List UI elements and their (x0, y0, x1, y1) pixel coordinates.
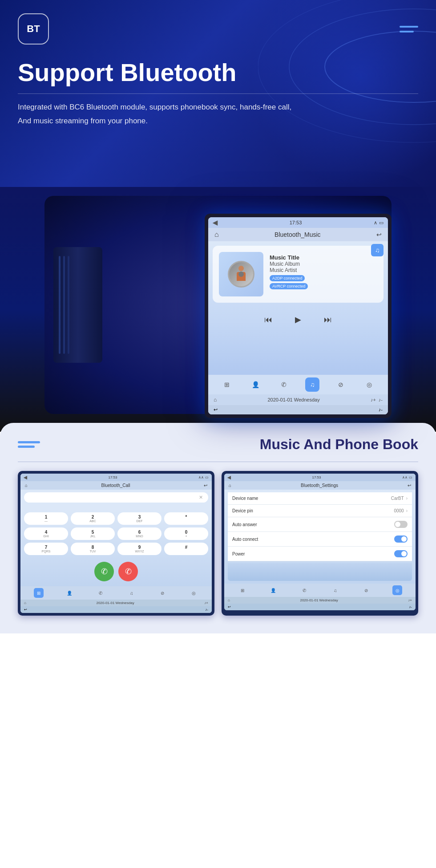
auto-connect-toggle[interactable] (394, 535, 408, 543)
dial-key-5[interactable]: 5JKL (71, 527, 115, 540)
album-art-disc (228, 261, 254, 288)
vol-down-icon[interactable]: ♪- (379, 397, 383, 402)
search-clear-icon[interactable]: ✕ (199, 495, 203, 500)
dial-key-1[interactable]: 1— (24, 512, 68, 525)
device-name-value: CarBT (391, 496, 404, 501)
settings-row-device-name[interactable]: Device name CarBT › (228, 492, 412, 505)
settings-back-icon[interactable]: ↩ (408, 483, 411, 488)
prev-button[interactable]: ⏮ (261, 312, 275, 327)
call-status-icons: ∧∧ ▭ (198, 475, 209, 479)
music-badges: A2DP connected AVRCP connected (270, 273, 377, 289)
screen-status-bar: ◀ 17:53 ∧ ▭ (208, 217, 388, 228)
device-pin-label: Device pin (232, 508, 253, 513)
footer-home-icon[interactable]: ⌂ (214, 397, 217, 403)
call-footer-back[interactable]: ↩ (24, 608, 27, 612)
back-icon[interactable]: ↩ (376, 231, 382, 238)
phone-icon: ✆ (281, 381, 287, 388)
battery-icon: ▭ (379, 220, 384, 226)
hamburger-menu-icon[interactable] (400, 26, 418, 32)
settings-row-device-pin[interactable]: Device pin 0000 › (228, 505, 412, 517)
device-name-right: CarBT › (391, 496, 408, 501)
settings-time: 17:53 (312, 475, 321, 479)
hamburger-line-2 (400, 31, 414, 32)
bt-logo: BT (18, 13, 49, 45)
bt-logo-text: BT (27, 23, 40, 35)
call-footer-vol[interactable]: ♪+ (204, 601, 208, 605)
settings-bottom-person[interactable]: 👤 (268, 585, 278, 595)
car-container: ◀ 17:53 ∧ ▭ ⌂ Bluetooth_Music ↩ (44, 196, 392, 414)
settings-bottom-link[interactable]: ⊘ (361, 585, 371, 595)
call-bottom-music[interactable]: ♫ (127, 588, 137, 598)
settings-bottom-music[interactable]: ♫ (331, 585, 340, 595)
settings-row-power[interactable]: Power (228, 547, 412, 561)
settings-bottom-phone[interactable]: ✆ (299, 585, 309, 595)
bottom-icon-person[interactable]: 👤 (248, 377, 262, 392)
call-bottom-person[interactable]: 👤 (65, 588, 74, 598)
footer-vol-icon[interactable]: ♪- (379, 407, 383, 413)
dialpad: 1— 2ABC 3DEF * 4GHI 5JKL 6MNO 0+ 7PQRS 8… (24, 512, 208, 555)
dial-key-2[interactable]: 2ABC (71, 512, 115, 525)
power-label: Power (232, 552, 245, 556)
settings-footer-vol-down[interactable]: ♪- (409, 605, 412, 609)
bottom-icon-phone[interactable]: ✆ (277, 377, 291, 392)
call-nav-title: Bluetooth_Call (101, 483, 130, 488)
prev-icon: ⏮ (264, 315, 272, 324)
eye-icon: ◎ (367, 381, 372, 388)
call-bottom-bar: ⊞ 👤 ✆ ♫ ⊘ ◎ (20, 586, 212, 600)
dial-key-9[interactable]: 9WXYZ (117, 543, 161, 555)
settings-footer-vol[interactable]: ♪+ (408, 598, 412, 602)
screen-content-wrapper: ♫ (208, 241, 388, 414)
screen-nav-title: Bluetooth_Music (275, 231, 321, 238)
call-back-icon[interactable]: ↩ (204, 483, 207, 488)
call-time: 17:53 (108, 475, 117, 479)
call-battery-icon: ▭ (205, 475, 209, 479)
dial-key-7[interactable]: 7PQRS (24, 543, 68, 555)
lower-header: Music And Phone Book (18, 436, 418, 453)
call-home-icon[interactable]: ⌂ (25, 483, 28, 488)
dial-key-8[interactable]: 8TUV (71, 543, 115, 555)
settings-status-icons: ∧∧ ▭ (402, 475, 412, 479)
settings-bottom-grid[interactable]: ⊞ (238, 585, 247, 595)
settings-row-auto-connect[interactable]: Auto connect (228, 532, 412, 547)
vent-line-2 (63, 256, 65, 354)
play-button[interactable]: ▶ (291, 312, 305, 327)
footer-back-icon[interactable]: ↩ (214, 407, 218, 413)
settings-footer-back[interactable]: ↩ (228, 605, 231, 609)
vent-line-3 (68, 256, 69, 354)
dial-key-6[interactable]: 6MNO (117, 527, 161, 540)
bottom-icon-eye[interactable]: ◎ (362, 377, 376, 392)
home-icon[interactable]: ⌂ (214, 231, 219, 239)
settings-back-btn: ◀ (227, 475, 231, 480)
settings-bottom-eye[interactable]: ◎ (392, 585, 402, 595)
power-toggle[interactable] (394, 550, 408, 557)
bottom-icon-music[interactable]: ♫ (305, 377, 319, 392)
call-bottom-phone[interactable]: ✆ (96, 588, 105, 598)
bottom-icon-link[interactable]: ⊘ (334, 377, 348, 392)
call-bottom-grid[interactable]: ⊞ (34, 588, 44, 598)
dial-key-hash[interactable]: # (164, 543, 208, 555)
dial-key-4[interactable]: 4GHI (24, 527, 68, 540)
link-icon: ⊘ (338, 381, 343, 388)
settings-row-auto-answer[interactable]: Auto answer (228, 517, 412, 532)
album-art (219, 252, 263, 296)
answer-button[interactable]: ✆ (94, 562, 114, 581)
dial-key-3[interactable]: 3DEF (117, 512, 161, 525)
device-pin-right: 0000 › (394, 508, 408, 513)
music-note-button[interactable]: ♫ (371, 244, 384, 256)
dial-key-0[interactable]: 0+ (164, 527, 208, 540)
call-footer-vol-down[interactable]: ♪- (205, 608, 208, 612)
lower-title: Music And Phone Book (260, 436, 418, 453)
settings-wave-area (228, 563, 412, 581)
vol-up-icon[interactable]: ♪+ (371, 397, 376, 402)
bottom-icon-grid[interactable]: ⊞ (220, 377, 234, 392)
auto-answer-toggle[interactable] (394, 521, 408, 528)
settings-content: Device name CarBT › Device pin 0000 › (224, 490, 416, 584)
call-content-top: ✕ (20, 490, 212, 510)
call-bottom-eye[interactable]: ◎ (189, 588, 198, 598)
hangup-button[interactable]: ✆ (118, 562, 138, 581)
dial-key-star[interactable]: * (164, 512, 208, 525)
call-search-bar[interactable]: ✕ (24, 492, 208, 503)
call-bottom-link[interactable]: ⊘ (157, 588, 167, 598)
settings-home-icon[interactable]: ⌂ (229, 483, 231, 488)
next-button[interactable]: ⏭ (321, 312, 335, 327)
